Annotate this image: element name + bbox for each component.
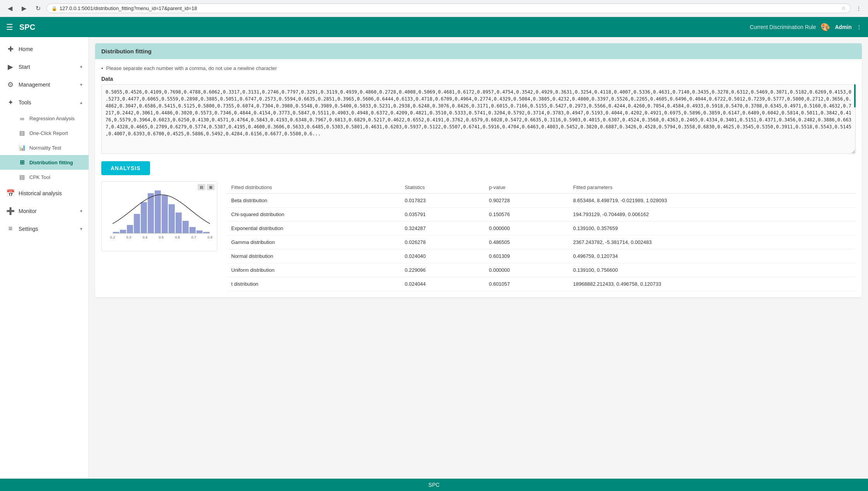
management-label: Management: [19, 82, 76, 88]
svg-text:0.5: 0.5: [159, 235, 164, 239]
th-dist: Fitted distributions: [227, 181, 400, 194]
monitor-label: Monitor: [19, 208, 76, 214]
back-button[interactable]: ◀: [5, 3, 15, 14]
historical-label: Historical analysis: [19, 190, 82, 196]
svg-text:0.4: 0.4: [143, 235, 148, 239]
chart-ctrl-2[interactable]: ⊞: [207, 184, 215, 190]
svg-rect-1: [120, 230, 126, 233]
body-layout: ✚ Home ▶ Start ▾ ⚙ Management ▾ ✦ Tools …: [0, 37, 868, 479]
results-layout: ⊟ ⊞ 0.20.30.40.50.60.70.8 Fitted: [101, 181, 856, 291]
forward-button[interactable]: ▶: [19, 3, 29, 14]
svg-rect-8: [169, 204, 175, 233]
tools-icon: ✦: [6, 98, 15, 107]
table-row: Exponential distribution0.3242870.000000…: [227, 222, 856, 235]
td-params: 194.793129, -0.704489, 0.006162: [568, 208, 856, 222]
sidebar-item-monitor[interactable]: ➕ Monitor ▾: [0, 202, 89, 220]
td-params: 0.139100, 0.357659: [568, 222, 856, 235]
normality-icon: 📊: [19, 144, 26, 151]
td-params: 0.496759, 0.120734: [568, 249, 856, 263]
td-stat: 0.024044: [400, 277, 484, 291]
td-stat: 0.324287: [400, 222, 484, 235]
reload-button[interactable]: ↻: [32, 3, 43, 14]
footer-label: SPC: [428, 482, 440, 488]
sidebar-item-oneclick[interactable]: ▤ One-Click Report: [0, 126, 89, 140]
svg-rect-7: [162, 195, 168, 233]
sidebar-item-start[interactable]: ▶ Start ▾: [0, 58, 89, 76]
svg-rect-11: [189, 227, 196, 233]
sidebar-item-distribution[interactable]: ⊞ Distribution fitting: [0, 155, 89, 170]
notice-text: Please separate each number with a comma…: [106, 65, 277, 71]
oneclick-icon: ▤: [19, 130, 26, 136]
td-dist: Chi-squared distribution: [227, 208, 400, 222]
sidebar-item-settings[interactable]: ≡ Settings ▾: [0, 220, 89, 237]
bookmark-icon[interactable]: ☆: [841, 5, 846, 11]
app-title: SPC: [19, 23, 750, 32]
distribution-icon: ⊞: [19, 159, 26, 166]
svg-text:0.8: 0.8: [208, 235, 213, 239]
td-dist: Beta distribution: [227, 194, 400, 208]
td-pval: 0.486505: [484, 235, 569, 249]
distribution-table: Fitted distributions Statistics p-value …: [227, 181, 856, 291]
tools-chevron: ▴: [80, 100, 82, 105]
palette-icon[interactable]: 🎨: [820, 22, 830, 32]
extensions-button[interactable]: ⋮: [854, 4, 863, 13]
table-row: Chi-squared distribution0.0357910.150576…: [227, 208, 856, 222]
data-textarea[interactable]: [101, 84, 856, 154]
sidebar-item-cpk[interactable]: ▤ CPK Tool: [0, 170, 89, 184]
sidebar-item-regression[interactable]: ∞ Regression Analysis: [0, 111, 89, 126]
settings-icon: ≡: [6, 225, 15, 233]
chart-ctrl-1[interactable]: ⊟: [198, 184, 205, 190]
td-params: 8.653484, 8.498719, -0.021989, 1.028093: [568, 194, 856, 208]
sidebar-item-historical[interactable]: 📅 Historical analysis: [0, 184, 89, 202]
td-pval: 0.601309: [484, 249, 569, 263]
svg-text:0.7: 0.7: [191, 235, 196, 239]
url-bar[interactable]: 🔒 127.0.0.1:5001/distribution_fitting?me…: [46, 3, 851, 13]
td-pval: 0.000000: [484, 222, 569, 235]
svg-text:0.6: 0.6: [175, 235, 180, 239]
td-dist: Uniform distribution: [227, 263, 400, 277]
scrollbar-indicator: [854, 84, 856, 107]
dots-icon[interactable]: ⋮: [856, 24, 862, 30]
browser-actions: ⋮: [854, 4, 863, 13]
td-stat: 0.229096: [400, 263, 484, 277]
start-icon: ▶: [6, 63, 15, 71]
sidebar-item-management[interactable]: ⚙ Management ▾: [0, 76, 89, 94]
start-chevron: ▾: [80, 64, 82, 70]
td-pval: 0.601057: [484, 277, 569, 291]
td-params: 2367.243782, -5.381714, 0.002483: [568, 235, 856, 249]
td-stat: 0.026278: [400, 235, 484, 249]
svg-rect-5: [148, 193, 154, 234]
monitor-chevron: ▾: [80, 208, 82, 214]
analysis-button[interactable]: ANALYSIS: [101, 161, 150, 175]
th-pval: p-value: [484, 181, 569, 194]
hamburger-icon[interactable]: ☰: [6, 22, 13, 32]
home-label: Home: [19, 46, 82, 52]
settings-chevron: ▾: [80, 226, 82, 232]
sidebar-item-home[interactable]: ✚ Home: [0, 40, 89, 58]
normality-label: Normality Test: [29, 145, 61, 151]
th-params: Fitted parameters: [568, 181, 856, 194]
start-label: Start: [19, 64, 76, 70]
sidebar-item-tools[interactable]: ✦ Tools ▴: [0, 94, 89, 111]
th-stat: Statistics: [400, 181, 484, 194]
td-dist: Gamma distribution: [227, 235, 400, 249]
app: ☰ SPC Current Discrimination Rule 🎨 Admi…: [0, 17, 868, 491]
home-icon: ✚: [6, 45, 15, 53]
card-body: ▪ Please separate each number with a com…: [95, 59, 862, 297]
cpk-icon: ▤: [19, 174, 26, 181]
chart-controls: ⊟ ⊞: [198, 184, 215, 190]
sidebar-item-normality[interactable]: 📊 Normality Test: [0, 140, 89, 155]
td-dist: Normal distribution: [227, 249, 400, 263]
lock-icon: 🔒: [51, 6, 57, 11]
histogram-chart: 0.20.30.40.50.60.70.8: [105, 185, 214, 247]
footer: SPC: [0, 479, 868, 491]
svg-rect-13: [203, 232, 210, 234]
svg-rect-4: [141, 202, 147, 233]
td-params: 0.139100, 0.756600: [568, 263, 856, 277]
table-row: Normal distribution0.0240400.6013090.496…: [227, 249, 856, 263]
svg-text:0.3: 0.3: [126, 235, 131, 239]
svg-rect-10: [182, 221, 189, 233]
browser-chrome: ◀ ▶ ↻ 🔒 127.0.0.1:5001/distribution_fitt…: [0, 0, 868, 17]
td-stat: 0.035791: [400, 208, 484, 222]
main-content: Distribution fitting ▪ Please separate e…: [89, 37, 868, 479]
